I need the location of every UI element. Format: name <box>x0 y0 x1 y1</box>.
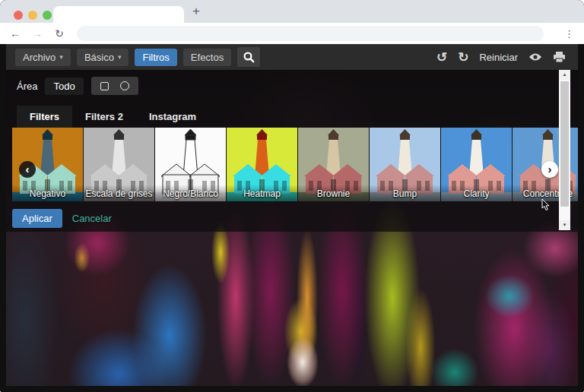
menu-basico[interactable]: Básico ▾ <box>77 49 129 66</box>
menu-efectos-label: Efectos <box>191 52 224 63</box>
filter-carousel: Negativo Escala de grises <box>12 128 578 201</box>
filters-panel: Área Todo Filters Filters 2 Instagram <box>6 70 578 232</box>
filter-thumb-label: Clarity <box>441 185 512 201</box>
panel-scrollbar[interactable]: ▲ ▼ <box>559 70 570 230</box>
traffic-lights <box>14 11 52 20</box>
filter-thumb-label: Brownie <box>298 185 369 201</box>
refresh-icon[interactable]: ↻ <box>53 27 65 40</box>
scroll-up-icon[interactable]: ▲ <box>559 70 570 80</box>
carousel-next-button[interactable]: › <box>541 161 558 178</box>
browser-tab[interactable] <box>53 6 184 23</box>
area-label: Área <box>17 81 37 92</box>
filter-thumb[interactable]: Escala de grises <box>84 128 154 201</box>
new-tab-button[interactable]: + <box>189 4 204 19</box>
tab-filters-2[interactable]: Filters 2 <box>72 106 136 128</box>
print-icon[interactable] <box>553 52 566 63</box>
filter-thumb-label: Heatmap <box>227 185 297 201</box>
redo-icon[interactable]: ↻ <box>458 51 468 64</box>
search-icon <box>243 51 255 63</box>
menu-archivo[interactable]: Archivo ▾ <box>15 49 71 66</box>
url-bar[interactable] <box>77 26 544 41</box>
area-shape-group <box>91 77 138 95</box>
filter-thumb[interactable]: Clarity <box>441 128 512 201</box>
filter-tabs: Filters Filters 2 Instagram <box>17 106 209 128</box>
reset-button[interactable]: Reiniciar <box>479 52 518 63</box>
minimize-window-icon[interactable] <box>28 11 37 20</box>
browser-tab-bar: + <box>0 0 584 23</box>
circle-area-icon[interactable] <box>120 81 129 90</box>
filter-thumb[interactable]: Heatmap <box>227 128 297 201</box>
browser-window: + ← → ↻ ⋮ Archivo ▾ Básico ▾ Filtros Efe… <box>0 0 584 392</box>
menu-filtros[interactable]: Filtros <box>135 49 176 66</box>
toolbar-right-group: ↺ ↻ Reiniciar <box>436 51 569 64</box>
image-canvas: Área Todo Filters Filters 2 Instagram <box>6 70 578 386</box>
filter-thumb[interactable]: Negro/Blanco <box>155 128 226 201</box>
editor-toolbar: Archivo ▾ Básico ▾ Filtros Efectos ↺ <box>6 44 578 70</box>
menu-basico-label: Básico <box>84 52 114 63</box>
photo-editor: Archivo ▾ Básico ▾ Filtros Efectos ↺ <box>0 44 584 392</box>
scroll-down-icon[interactable]: ▼ <box>559 220 570 230</box>
back-icon[interactable]: ← <box>9 27 21 40</box>
undo-icon[interactable]: ↺ <box>436 51 447 64</box>
filter-thumb-label: Negativo <box>12 185 83 201</box>
forward-icon[interactable]: → <box>31 27 43 40</box>
carousel-prev-button[interactable]: ‹ <box>19 161 36 178</box>
cancel-button[interactable]: Cancelar <box>72 213 112 224</box>
tab-instagram[interactable]: Instagram <box>136 106 209 128</box>
area-row: Área Todo <box>17 77 138 95</box>
menu-filtros-label: Filtros <box>142 52 169 63</box>
maximize-window-icon[interactable] <box>43 11 52 20</box>
browser-nav-bar: ← → ↻ ⋮ <box>0 23 584 44</box>
apply-button[interactable]: Aplicar <box>12 209 62 228</box>
filter-thumb-label: Escala de grises <box>84 185 154 201</box>
scrollbar-thumb[interactable] <box>560 81 569 207</box>
chevron-down-icon: ▾ <box>59 53 63 61</box>
filter-thumb[interactable]: Brownie <box>298 128 369 201</box>
close-window-icon[interactable] <box>14 11 23 20</box>
menu-efectos[interactable]: Efectos <box>183 49 231 66</box>
rectangle-area-icon[interactable] <box>100 82 109 90</box>
filter-thumb[interactable]: Bump <box>370 128 440 201</box>
chevron-down-icon: ▾ <box>118 53 122 61</box>
mouse-cursor <box>541 199 551 211</box>
filter-thumb-label: Negro/Blanco <box>155 185 226 201</box>
filter-thumb-label: Bump <box>370 185 440 201</box>
tab-filters[interactable]: Filters <box>17 106 72 128</box>
eye-icon[interactable] <box>528 52 542 62</box>
search-button[interactable] <box>237 47 260 67</box>
menu-archivo-label: Archivo <box>23 52 56 63</box>
area-todo-button[interactable]: Todo <box>45 77 83 95</box>
panel-actions: Aplicar Cancelar <box>12 209 112 228</box>
browser-menu-icon[interactable]: ⋮ <box>564 28 575 40</box>
